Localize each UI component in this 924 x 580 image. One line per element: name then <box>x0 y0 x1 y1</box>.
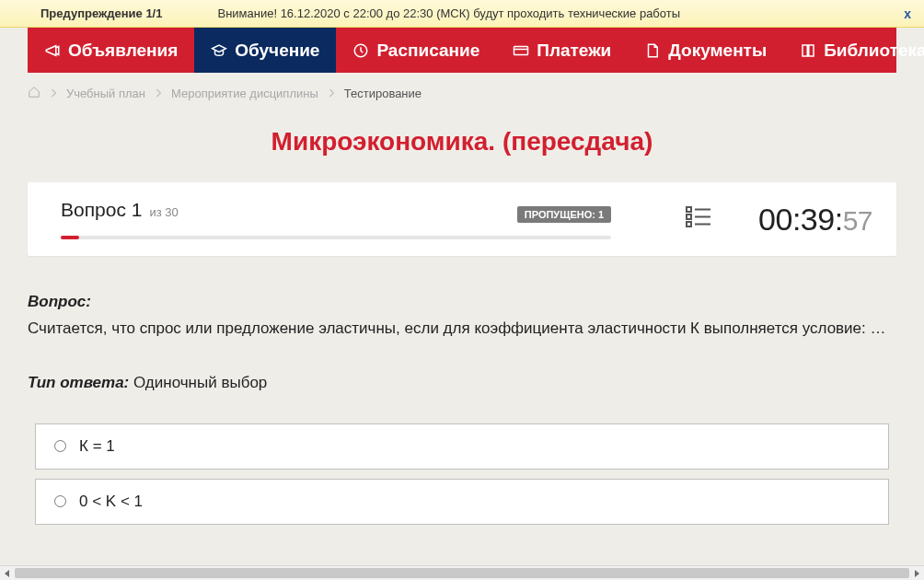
answer-type-label: Тип ответа: <box>28 374 129 391</box>
nav-label: Платежи <box>537 41 611 61</box>
svg-rect-4 <box>687 215 691 219</box>
timer: 00:39:57 <box>758 202 872 238</box>
nav-label: Библиотека <box>824 41 924 61</box>
graduation-cap-icon <box>211 42 227 59</box>
document-icon <box>644 42 661 59</box>
answer-radio[interactable] <box>54 495 66 507</box>
chevron-right-icon <box>155 87 162 100</box>
svg-rect-6 <box>687 222 691 226</box>
megaphone-icon <box>44 42 61 59</box>
chevron-right-icon <box>328 87 335 100</box>
scroll-thumb[interactable] <box>15 568 909 578</box>
breadcrumb-testing: Тестирование <box>344 87 422 100</box>
book-icon <box>800 42 816 59</box>
status-left: Вопрос 1 из 30 ПРОПУЩЕНО: 1 <box>61 199 611 239</box>
question-number-label: Вопрос 1 <box>61 199 142 221</box>
scroll-right-arrow[interactable] <box>909 566 924 581</box>
nav-item-documents[interactable]: Документы <box>628 28 783 73</box>
answer-type-row: Тип ответа: Одиночный выбор <box>28 374 896 392</box>
main-nav: Объявления Обучение Расписание Платежи Д… <box>28 28 896 73</box>
breadcrumb: Учебный план Мероприятие дисциплины Тест… <box>0 73 924 110</box>
svg-rect-1 <box>514 46 528 54</box>
nav-item-schedule[interactable]: Расписание <box>336 28 496 73</box>
nav-label: Обучение <box>235 41 319 61</box>
warning-bar: Предупреждение 1/1 Внимание! 16.12.2020 … <box>0 0 924 28</box>
warning-title: Предупреждение 1/1 <box>40 6 162 20</box>
page-title: Микроэкономика. (пересдача) <box>0 127 924 157</box>
nav-label: Документы <box>668 41 767 61</box>
nav-item-announcements[interactable]: Объявления <box>28 28 194 73</box>
scroll-left-arrow[interactable] <box>0 566 15 581</box>
horizontal-scrollbar[interactable] <box>0 565 924 580</box>
status-card: Вопрос 1 из 30 ПРОПУЩЕНО: 1 00:39:57 <box>28 182 896 256</box>
nav-item-payments[interactable]: Платежи <box>496 28 628 73</box>
timer-main: 00:39: <box>758 202 843 238</box>
chevron-right-icon <box>50 87 57 100</box>
answer-radio[interactable] <box>54 440 66 452</box>
breadcrumb-event[interactable]: Мероприятие дисциплины <box>171 87 318 100</box>
answer-option-label: 0 < K < 1 <box>79 493 143 511</box>
question-text: Считается, что спрос или предложение эла… <box>28 317 896 341</box>
card-icon <box>513 42 529 59</box>
skipped-badge: ПРОПУЩЕНО: 1 <box>517 206 611 223</box>
warning-close-button[interactable]: x <box>898 6 917 21</box>
progress-fill <box>61 236 79 239</box>
nav-item-library[interactable]: Библиотека <box>783 28 924 73</box>
question-list-button[interactable] <box>685 205 712 233</box>
nav-label: Объявления <box>68 41 178 61</box>
question-content: Вопрос: Считается, что спрос или предлож… <box>0 256 924 525</box>
answer-options: К = 1 0 < K < 1 <box>28 423 896 525</box>
question-heading: Вопрос: <box>28 293 896 311</box>
nav-item-learning[interactable]: Обучение <box>194 28 336 73</box>
scroll-track[interactable] <box>15 566 909 580</box>
clock-icon <box>352 42 369 59</box>
warning-message: Внимание! 16.12.2020 с 22:00 до 22:30 (М… <box>217 6 898 20</box>
question-total-label: из 30 <box>149 205 178 219</box>
answer-option[interactable]: 0 < K < 1 <box>35 479 889 525</box>
timer-seconds: 57 <box>843 205 872 237</box>
svg-rect-2 <box>687 207 691 212</box>
answer-option-label: К = 1 <box>79 437 115 456</box>
answer-type-value: Одиночный выбор <box>129 374 267 391</box>
home-icon[interactable] <box>28 86 40 101</box>
nav-label: Расписание <box>376 41 479 61</box>
answer-option[interactable]: К = 1 <box>35 423 889 470</box>
progress-bar <box>61 236 611 239</box>
breadcrumb-study-plan[interactable]: Учебный план <box>66 87 145 100</box>
